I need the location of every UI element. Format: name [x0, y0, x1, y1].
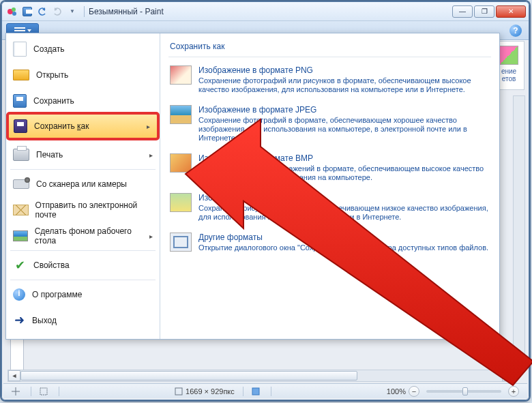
option-title: Изображение в формате GIF	[198, 193, 490, 203]
save-as-jpeg[interactable]: Изображение в формате JPEG Сохранение фо…	[168, 101, 491, 149]
menu-item-new[interactable]: Создать	[6, 36, 160, 62]
print-icon	[13, 149, 29, 161]
qat-save-icon[interactable]	[21, 5, 33, 18]
ribbon-group-label: ение етов	[501, 68, 516, 83]
option-desc: Сохранение фотографий в формате, обеспеч…	[198, 116, 490, 143]
save-as-png[interactable]: Изображение в формате PNG Сохранение фот…	[168, 61, 491, 101]
titlebar: ▼ Безымянный - Paint — ❐ ✕	[2, 2, 529, 21]
quick-access-toolbar: ▼	[6, 5, 78, 18]
zoom-value: 100%	[387, 387, 406, 395]
png-thumb-icon	[170, 65, 192, 85]
option-title: Изображение в формате BMP	[198, 153, 490, 163]
menu-item-label: Сохранить	[33, 96, 74, 106]
mail-icon	[13, 205, 29, 215]
zoom-in-button[interactable]: +	[508, 386, 519, 397]
help-icon[interactable]: ?	[509, 25, 522, 37]
open-folder-icon	[13, 70, 29, 80]
option-title: Изображение в формате PNG	[198, 65, 490, 75]
scroll-track[interactable]	[20, 370, 502, 381]
crosshair-icon	[12, 387, 20, 395]
window-title: Безымянный - Paint	[86, 7, 452, 16]
file-menu-panel: Создать Открыть Сохранить Сохранить как …	[5, 33, 500, 340]
menu-item-about[interactable]: О программе	[6, 282, 160, 308]
zoom-slider-knob[interactable]	[462, 387, 468, 395]
option-desc: Сохранение любых изображений в формате, …	[198, 164, 490, 182]
menu-item-label: Отправить по электронной почте	[35, 200, 153, 220]
check-icon: ✔	[13, 258, 27, 272]
submenu-arrow-icon: ▸	[149, 151, 153, 159]
maximize-button[interactable]: ❐	[474, 5, 494, 18]
horizontal-scrollbar[interactable]: ◄ ►	[8, 370, 515, 382]
save-as-icon	[14, 119, 27, 133]
svg-rect-4	[175, 388, 182, 395]
menu-item-label: Выход	[32, 316, 57, 325]
file-menu-list: Создать Открыть Сохранить Сохранить как …	[6, 33, 160, 339]
status-filesize	[248, 387, 267, 395]
option-desc: Сохранение рисунков в формате, обеспечив…	[198, 204, 490, 222]
vertical-scrollbar[interactable]	[513, 95, 525, 368]
exit-icon: ➜	[13, 314, 25, 327]
edit-colors-icon	[499, 46, 518, 65]
submenu-arrow-icon: ▸	[147, 123, 150, 130]
svg-point-2	[12, 12, 16, 16]
menu-item-save[interactable]: Сохранить	[6, 88, 160, 114]
option-title: Изображение в формате JPEG	[198, 105, 490, 115]
menu-item-print[interactable]: Печать ▸	[6, 142, 160, 168]
status-selection	[35, 387, 55, 395]
menu-item-label: Создать	[33, 44, 65, 54]
menu-item-label: О программе	[32, 290, 82, 299]
disk-icon	[252, 387, 260, 395]
menu-item-send-mail[interactable]: Отправить по электронной почте	[6, 197, 160, 223]
gif-thumb-icon	[170, 193, 192, 212]
minimize-button[interactable]: —	[452, 5, 473, 18]
option-desc: Открытие диалогового окна "Сохранить как…	[198, 243, 488, 252]
jpeg-thumb-icon	[170, 105, 192, 124]
menu-item-label: Сделать фоном рабочего стола	[35, 226, 143, 245]
dimensions-icon	[175, 387, 183, 395]
desktop-bg-icon	[13, 230, 28, 241]
menu-item-label: Со сканера или камеры	[36, 179, 127, 189]
scroll-thumb[interactable]	[20, 371, 357, 380]
qat-undo-icon[interactable]	[36, 5, 48, 18]
menu-item-label: Сохранить как	[34, 121, 89, 131]
svg-rect-5	[252, 388, 259, 395]
menu-item-properties[interactable]: ✔ Свойства	[6, 252, 160, 278]
svg-rect-3	[40, 388, 47, 395]
menu-item-label: Печать	[36, 150, 63, 160]
menu-item-set-desktop[interactable]: Сделать фоном рабочего стола ▸	[6, 223, 160, 249]
save-as-gif[interactable]: Изображение в формате GIF Сохранение рис…	[168, 189, 491, 228]
selection-icon	[40, 387, 48, 395]
qat-redo-icon[interactable]	[51, 5, 63, 18]
zoom-slider[interactable]	[426, 390, 501, 393]
status-dimensions: 1669 × 929пкс	[171, 387, 239, 395]
new-file-icon	[13, 42, 27, 57]
menu-item-open[interactable]: Открыть	[6, 62, 160, 88]
app-icon[interactable]	[6, 5, 18, 18]
save-icon	[13, 94, 27, 108]
other-format-icon	[170, 233, 192, 252]
info-icon	[13, 288, 25, 301]
statusbar: 1669 × 929пкс 100% − +	[3, 383, 527, 398]
menu-item-label: Свойства	[33, 260, 70, 270]
save-as-other[interactable]: Другие форматы Открытие диалогового окна…	[168, 228, 491, 259]
status-zoom: 100% − +	[383, 386, 523, 397]
save-as-bmp[interactable]: Изображение в формате BMP Сохранение люб…	[168, 149, 491, 189]
zoom-out-button[interactable]: −	[409, 386, 419, 397]
scroll-right-button[interactable]: ►	[502, 370, 514, 381]
qat-customize-caret[interactable]: ▼	[66, 5, 78, 18]
menu-item-save-as[interactable]: Сохранить как ▸	[8, 114, 158, 138]
menu-item-label: Открыть	[36, 70, 68, 80]
menu-item-exit[interactable]: ➜ Выход	[6, 308, 160, 333]
submenu-title: Сохранить как	[168, 39, 491, 57]
scroll-left-button[interactable]: ◄	[8, 370, 20, 381]
menu-item-scanner[interactable]: Со сканера или камеры	[6, 171, 160, 197]
svg-point-1	[12, 8, 16, 12]
scanner-icon	[13, 179, 29, 189]
close-button[interactable]: ✕	[496, 5, 526, 18]
save-as-submenu: Сохранить как Изображение в формате PNG …	[160, 33, 499, 339]
status-pointer	[8, 387, 27, 395]
option-title: Другие форматы	[198, 233, 488, 242]
submenu-arrow-icon: ▸	[149, 233, 153, 240]
window-controls: — ❐ ✕	[452, 5, 526, 18]
bmp-thumb-icon	[170, 153, 192, 173]
